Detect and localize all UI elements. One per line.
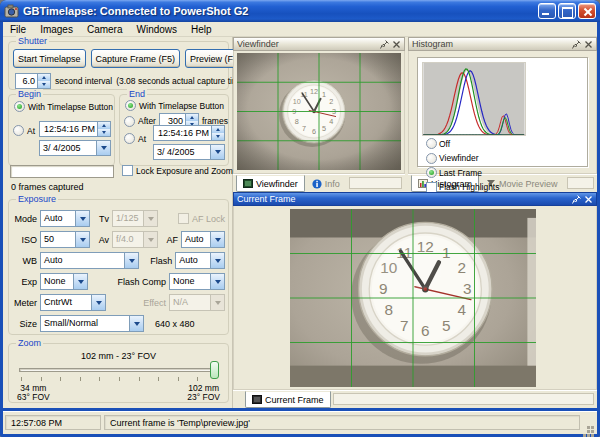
tab-info[interactable]: Info (305, 175, 347, 192)
tv-label: Tv (93, 214, 109, 224)
size-dropdown-icon[interactable] (129, 316, 143, 331)
mode-select[interactable]: Auto (40, 210, 90, 227)
end-time-spinner[interactable]: 12:54:16 PM (153, 125, 225, 141)
close-button[interactable] (578, 3, 596, 19)
app-icon (4, 4, 19, 18)
menu-bar: File Images Camera Windows Help (3, 22, 597, 37)
main-area: Shutter Start Timelapse Capture Frame (F… (3, 37, 597, 408)
current-frame-panel: Current Frame 123456789101112 Current Fr… (233, 192, 597, 408)
af-label: AF (164, 235, 178, 245)
histogram-viewfinder-radio[interactable] (426, 153, 437, 164)
pin-icon[interactable] (380, 40, 389, 49)
start-timelapse-button[interactable]: Start Timelapse (13, 49, 86, 68)
begin-at-label: At (27, 126, 35, 136)
lock-exposure-checkbox[interactable] (122, 165, 133, 176)
exposure-group-label: Exposure (16, 194, 58, 204)
effect-select: N/A (169, 294, 225, 311)
svg-text:7: 7 (400, 317, 409, 334)
end-at-radio[interactable] (124, 133, 135, 144)
shutter-group: Shutter Start Timelapse Capture Frame (F… (8, 41, 229, 90)
flash-dropdown-icon[interactable] (210, 253, 224, 268)
begin-time-spinner[interactable]: 12:54:16 PM (39, 121, 111, 137)
histogram-box: Off Viewfinder Last Frame Flash Highligh… (417, 57, 588, 167)
svg-text:2: 2 (457, 259, 466, 276)
end-time-down-icon[interactable] (212, 133, 224, 140)
flash-comp-select[interactable]: None (169, 273, 225, 290)
resize-grip[interactable] (583, 415, 595, 430)
meter-dropdown-icon[interactable] (91, 295, 105, 310)
histogram-last-frame-radio[interactable] (426, 167, 437, 178)
exp-select[interactable]: None (40, 273, 88, 290)
tab-current-frame[interactable]: Current Frame (245, 391, 331, 408)
current-frame-tabstrip: Current Frame (233, 390, 597, 408)
histogram-panel: Histogram Off Viewfinder Last Frame Flas… (408, 37, 597, 192)
effect-dropdown-icon (210, 295, 224, 310)
end-with-button-radio[interactable] (125, 100, 136, 111)
end-frames-up-icon[interactable] (186, 114, 198, 121)
end-date-dropdown-icon[interactable] (210, 145, 224, 159)
begin-at-radio[interactable] (13, 125, 24, 136)
close-panel-icon[interactable] (584, 195, 593, 204)
end-date-picker[interactable]: 3/ 4/2005 (153, 144, 225, 160)
menu-file[interactable]: File (3, 23, 33, 36)
menu-windows[interactable]: Windows (130, 23, 185, 36)
minimize-button[interactable] (538, 3, 556, 19)
end-after-radio[interactable] (124, 116, 135, 127)
begin-date-dropdown-icon[interactable] (96, 141, 110, 155)
end-group: End With Timelapse Button After 300 fram… (119, 94, 229, 166)
wb-label: WB (13, 256, 37, 266)
exp-dropdown-icon[interactable] (73, 274, 87, 289)
mode-dropdown-icon[interactable] (75, 211, 89, 226)
flash-highlights-checkbox[interactable] (426, 182, 437, 193)
menu-camera[interactable]: Camera (80, 23, 130, 36)
zoom-slider-track[interactable] (19, 368, 218, 372)
pin-icon[interactable] (572, 40, 581, 49)
interval-label: second interval (55, 76, 112, 86)
pin-icon[interactable] (572, 195, 581, 204)
begin-time-down-icon[interactable] (98, 129, 110, 136)
flash-select[interactable]: Auto (175, 252, 225, 269)
menu-help[interactable]: Help (184, 23, 219, 36)
current-frame-body: 123456789101112 (233, 206, 597, 390)
histogram-body: Off Viewfinder Last Frame Flash Highligh… (408, 51, 597, 174)
begin-date-picker[interactable]: 3/ 4/2005 (39, 140, 111, 156)
wb-select[interactable]: Auto (40, 252, 139, 269)
histogram-title: Histogram (412, 39, 569, 49)
zoom-group: Zoom 102 mm - 23° FOV 34 mm 63° FOV 102 … (8, 343, 229, 403)
meter-label: Meter (13, 298, 37, 308)
interval-spinner[interactable]: 6.0 (15, 73, 51, 89)
begin-with-button-radio[interactable] (14, 101, 25, 112)
af-select[interactable]: Auto (181, 231, 225, 248)
menu-images[interactable]: Images (33, 23, 80, 36)
tab-viewfinder[interactable]: Viewfinder (236, 175, 305, 192)
wb-dropdown-icon[interactable] (124, 253, 138, 268)
interval-down-icon[interactable] (38, 81, 50, 88)
current-frame-title: Current Frame (237, 194, 569, 204)
iso-select[interactable]: 50 (40, 231, 90, 248)
begin-time-up-icon[interactable] (98, 122, 110, 129)
effect-label: Effect (143, 298, 166, 308)
status-bar: 12:57:08 PM Current frame is 'Temp\previ… (3, 411, 597, 434)
av-label: Av (93, 235, 109, 245)
close-panel-icon[interactable] (584, 40, 593, 49)
zoom-current-value: 102 mm - 23° FOV (9, 351, 228, 361)
svg-text:4: 4 (457, 301, 466, 318)
svg-text:1: 1 (442, 244, 451, 261)
af-dropdown-icon[interactable] (210, 232, 224, 247)
lock-exposure-label: Lock Exposure and Zoom (136, 166, 233, 176)
flash-comp-dropdown-icon[interactable] (210, 274, 224, 289)
meter-select[interactable]: CntrWt (40, 294, 106, 311)
end-time-up-icon[interactable] (212, 126, 224, 133)
av-select: f/4.0 (112, 231, 158, 248)
histogram-off-radio[interactable] (426, 138, 437, 149)
capture-frame-button[interactable]: Capture Frame (F5) (91, 49, 181, 68)
svg-text:6: 6 (421, 322, 430, 339)
iso-dropdown-icon[interactable] (75, 232, 89, 247)
iso-label: ISO (13, 235, 37, 245)
interval-up-icon[interactable] (38, 74, 50, 81)
maximize-button[interactable] (558, 3, 576, 19)
af-lock-checkbox (178, 213, 189, 224)
af-lock-label: AF Lock (192, 214, 225, 224)
size-select[interactable]: Small/Normal (40, 315, 144, 332)
close-panel-icon[interactable] (392, 40, 401, 49)
